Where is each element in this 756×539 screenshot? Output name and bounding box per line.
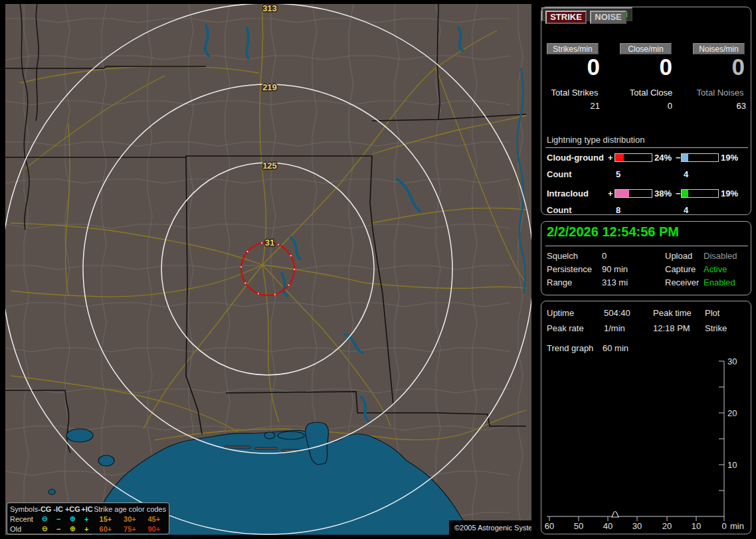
pos-ic-old-icon: + — [80, 525, 94, 533]
cg-positive-pct: 24% — [654, 153, 672, 163]
age-15: 15+ — [94, 515, 118, 523]
intracloud-row: Intracloud + 38% − 19% — [541, 189, 751, 198]
legend-old-label: Old — [10, 525, 38, 533]
close-per-min-value: 0 — [619, 54, 672, 80]
noise-toggle-button[interactable]: NOISE — [590, 11, 626, 24]
legend-row-old: Old ⊖ − ⊕ + 60+ 75+ 90+ — [10, 524, 166, 534]
age-30: 30+ — [118, 515, 142, 523]
age-75: 75+ — [118, 525, 142, 533]
close-per-min-label: Close/min — [620, 43, 672, 54]
peak-time-value: 12:18 PM — [653, 323, 690, 333]
ring-label-313: 313 — [262, 4, 277, 13]
cloud-ground-label: Cloud-ground — [547, 153, 604, 163]
range-value: 313 mi — [602, 277, 628, 287]
age-45: 45+ — [142, 515, 166, 523]
ic-negative-bar — [681, 189, 719, 198]
neg-ic-old-icon: − — [52, 525, 66, 533]
intracloud-label: Intracloud — [547, 189, 589, 198]
symbol-legend: Symbols -CG -IC +CG +IC Strike age color… — [7, 502, 169, 534]
strikes-per-min-label: Strikes/min — [547, 43, 599, 54]
ic-negative-pct: 19% — [721, 189, 738, 198]
peak-rate-label: Peak rate — [547, 323, 584, 333]
cg-negative-count: 4 — [684, 169, 688, 179]
x-tick-40: 40 — [600, 521, 616, 531]
total-strikes-value: 21 — [545, 101, 600, 111]
receiver-label: Receiver — [665, 277, 699, 287]
x-tick-20: 20 — [659, 521, 675, 531]
trend-graph-label: Trend graph — [547, 343, 593, 353]
upload-label: Upload — [665, 251, 692, 261]
ring-label-219: 219 — [262, 82, 277, 92]
legend-row-recent: Recent ⊖ − ⊕ + 15+ 30+ 45+ — [10, 514, 166, 524]
x-tick-50: 50 — [571, 521, 587, 531]
range-label: Range — [547, 277, 572, 287]
legend-col-neg-ic: -IC — [52, 505, 65, 513]
y-tick-30: 30 — [727, 356, 745, 366]
copyright-text: ©2005 Astrogenic Systems — [454, 524, 531, 532]
datetime-display: 2/2/2026 12:54:56 PM — [547, 224, 679, 240]
distribution-rule — [545, 147, 748, 148]
plus-sign: + — [608, 153, 613, 163]
persistence-label: Persistence — [547, 264, 592, 274]
peak-time-label: Peak time — [653, 308, 692, 318]
total-close-value: 0 — [618, 101, 672, 111]
noises-per-min-label: Noises/min — [693, 43, 745, 54]
legend-col-pos-ic: +IC — [80, 505, 94, 513]
pos-ic-recent-icon: + — [80, 515, 94, 523]
trend-peak-spike — [612, 512, 618, 518]
plot-value: Strike — [705, 323, 727, 333]
legend-col-neg-cg: -CG — [38, 505, 51, 513]
trend-panel: Uptime 504:40 Peak time Plot Peak rate 1… — [541, 301, 751, 534]
strike-toggle-button[interactable]: STRIKE — [545, 11, 587, 24]
x-tick-60: 60 — [541, 521, 557, 531]
plus-sign: + — [608, 189, 613, 198]
ic-negative-count: 4 — [684, 205, 688, 215]
trend-graph-window: 60 min — [603, 343, 628, 353]
age-60: 60+ — [94, 525, 118, 533]
neg-ic-recent-icon: − — [52, 515, 66, 523]
lightning-map[interactable]: 313 219 125 31 ©2005 Astrogenic Systems — [5, 4, 531, 535]
cg-positive-bar — [614, 153, 652, 162]
lake-pontchartrain — [66, 429, 93, 442]
legend-recent-label: Recent — [10, 515, 38, 523]
ic-count-label: Count — [547, 205, 572, 215]
ic-positive-count: 8 — [616, 205, 620, 215]
cg-positive-count: 5 — [616, 169, 620, 179]
legend-symbols-header: Symbols — [10, 505, 38, 513]
age-90: 90+ — [142, 525, 166, 533]
total-strikes-label: Total Strikes — [543, 88, 607, 98]
ic-positive-pct: 38% — [654, 189, 672, 198]
upload-status: Disabled — [704, 251, 737, 261]
capture-label: Capture — [665, 264, 696, 274]
uptime-label: Uptime — [547, 308, 574, 318]
uptime-value: 504:40 — [604, 308, 630, 318]
capture-status: Active — [704, 264, 727, 274]
x-tick-10: 10 — [688, 521, 704, 531]
cg-negative-bar — [681, 153, 719, 162]
ring-label-125: 125 — [262, 161, 277, 171]
datetime-rule — [545, 246, 748, 246]
distribution-title: Lightning type distribution — [547, 135, 644, 145]
legend-col-pos-cg: +CG — [65, 505, 80, 513]
noises-per-min-value: 0 — [692, 54, 745, 80]
ring-label-31: 31 — [265, 238, 274, 248]
receiver-status: Enabled — [704, 277, 735, 287]
plot-label: Plot — [705, 308, 719, 318]
neg-cg-recent-icon: ⊖ — [38, 514, 52, 523]
pos-cg-recent-icon: ⊕ — [66, 514, 80, 523]
strike-counter-panel: STRIKE NOISE Bng 9° 343mi Strikes/min Cl… — [541, 7, 751, 215]
ic-positive-bar — [614, 189, 652, 198]
cg-negative-pct: 19% — [721, 153, 738, 163]
pos-cg-old-icon: ⊕ — [66, 524, 80, 533]
trend-graph — [541, 358, 751, 534]
x-tick-30: 30 — [629, 521, 645, 531]
neg-cg-old-icon: ⊖ — [38, 524, 52, 533]
minus-sign: − — [676, 153, 681, 163]
cloud-ground-row: Cloud-ground + 24% − 19% — [541, 153, 751, 162]
minus-sign: − — [676, 189, 681, 198]
legend-age-header: Strike age color codes — [94, 505, 166, 513]
total-noises-value: 63 — [692, 101, 746, 111]
peak-rate-value: 1/min — [604, 323, 625, 333]
status-panel: 2/2/2026 12:54:56 PM Squelch 0 Upload Di… — [541, 221, 751, 295]
graph-axes — [547, 361, 724, 521]
